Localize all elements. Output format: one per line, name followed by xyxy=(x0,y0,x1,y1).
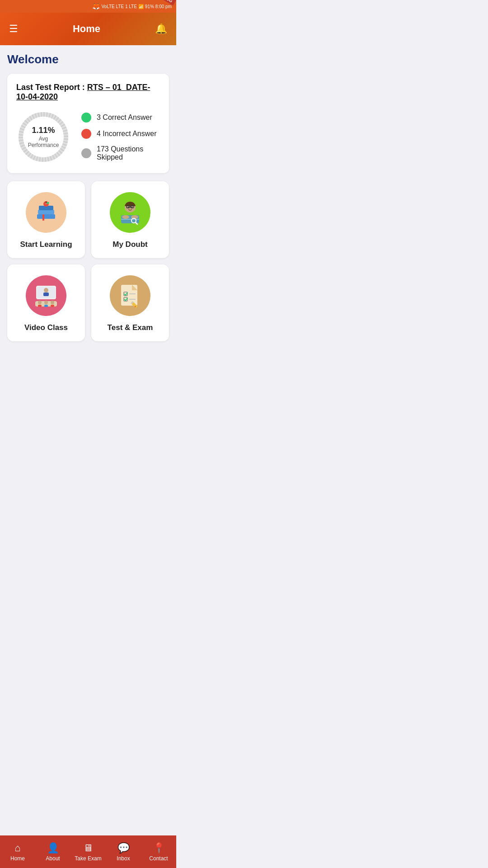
svg-rect-31 xyxy=(51,305,54,307)
start-learning-icon xyxy=(26,192,66,233)
page-title: Home xyxy=(73,23,100,35)
performance-value: 1.11% AvgPerformance xyxy=(28,126,59,148)
test-report-card: Last Test Report : RTS – 01_DATE-10-04-2… xyxy=(7,74,169,173)
test-exam-card[interactable]: Test & Exam xyxy=(91,264,169,341)
svg-rect-30 xyxy=(44,305,48,307)
svg-point-26 xyxy=(38,301,42,304)
incorrect-answer-stat: 4 Incorrect Answer xyxy=(81,129,160,139)
signal-bars: 📶 xyxy=(138,4,144,9)
video-class-label: Video Class xyxy=(24,323,68,332)
battery-level: 91% xyxy=(145,4,154,9)
svg-rect-2 xyxy=(37,214,55,219)
status-icons: 🦊 VoLTE LTE 1 LTE 📶 91% 8:00 pm xyxy=(92,3,172,10)
test-exam-label: Test & Exam xyxy=(108,323,153,332)
feature-cards-grid: Start Learning xyxy=(7,181,169,341)
svg-point-10 xyxy=(128,207,129,208)
correct-answer-stat: 3 Correct Answer xyxy=(81,113,160,123)
video-class-icon xyxy=(26,275,66,316)
svg-point-23 xyxy=(44,288,48,292)
app-header: ☰ Home 🔔 xyxy=(0,13,176,45)
svg-rect-5 xyxy=(42,214,44,221)
video-class-card[interactable]: Video Class xyxy=(7,264,85,341)
svg-point-11 xyxy=(131,207,133,208)
my-doubt-icon xyxy=(110,192,150,233)
skipped-dot xyxy=(81,148,91,158)
start-learning-label: Start Learning xyxy=(20,240,72,249)
notification-bell-button[interactable]: 🔔 xyxy=(155,23,167,35)
report-stats: 1.11% AvgPerformance 3 Correct Answer 4 … xyxy=(16,110,160,164)
network-info: VoLTE LTE 1 LTE xyxy=(101,4,136,9)
svg-point-27 xyxy=(44,301,48,304)
svg-rect-7 xyxy=(46,201,47,203)
menu-button[interactable]: ☰ xyxy=(9,23,18,35)
stats-legend: 3 Correct Answer 4 Incorrect Answer 173 … xyxy=(81,113,160,161)
my-doubt-card[interactable]: My Doubt xyxy=(91,181,169,258)
svg-rect-24 xyxy=(43,292,49,296)
welcome-heading: Welcome xyxy=(7,52,169,66)
status-bar: 🦊 VoLTE LTE 1 LTE 📶 91% 8:00 pm xyxy=(0,0,176,13)
time: 8:00 pm xyxy=(155,4,172,9)
svg-rect-29 xyxy=(38,305,42,307)
test-report-title: Last Test Report : RTS – 01_DATE-10-04-2… xyxy=(16,83,160,102)
my-doubt-label: My Doubt xyxy=(113,240,147,249)
app-icon: 🦊 xyxy=(92,3,100,10)
correct-dot xyxy=(81,113,91,123)
main-content: Welcome Last Test Report : RTS – 01_DATE… xyxy=(0,45,176,377)
start-learning-card[interactable]: Start Learning xyxy=(7,181,85,258)
svg-point-16 xyxy=(122,215,129,219)
performance-circle: 1.11% AvgPerformance xyxy=(16,110,70,164)
skipped-stat: 173 Questions Skipped xyxy=(81,145,160,161)
svg-rect-18 xyxy=(121,219,139,220)
svg-point-28 xyxy=(51,301,54,304)
incorrect-dot xyxy=(81,129,91,139)
svg-rect-3 xyxy=(38,210,54,214)
test-exam-icon xyxy=(110,275,150,316)
